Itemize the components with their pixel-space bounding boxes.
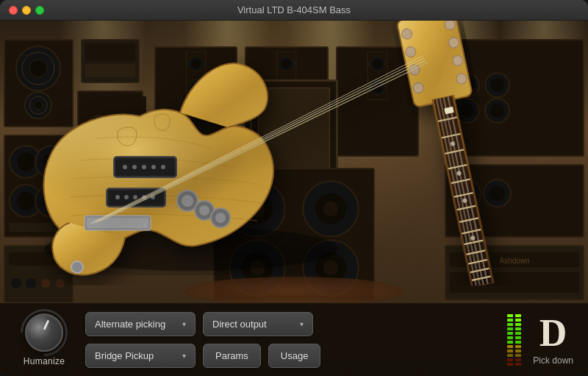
knob-indicator	[43, 319, 50, 330]
title-bar: Virtual LTD B-404SM Bass	[0, 0, 588, 21]
vu-seg-green-4	[507, 327, 513, 330]
bridge-pickup-arrow: ▾	[182, 352, 186, 360]
alternate-picking-label: Alternate picking	[95, 319, 165, 330]
vu-seg2-green-4	[515, 327, 521, 330]
window-title: Virtual LTD B-404SM Bass	[237, 4, 351, 15]
vu-seg-yellow-1	[507, 354, 513, 357]
maximize-button[interactable]	[35, 6, 44, 15]
svg-point-121	[151, 165, 156, 169]
vu-seg-yellow-3	[507, 345, 513, 348]
vu-seg2-red-2	[515, 358, 521, 361]
minimize-button[interactable]	[22, 6, 31, 15]
vu-seg-green-3	[507, 332, 513, 335]
vu-seg-green-6	[507, 319, 513, 322]
usage-button[interactable]: Usage	[268, 344, 321, 368]
svg-point-122	[161, 165, 165, 169]
svg-point-125	[115, 195, 120, 199]
humanize-label: Humanize	[24, 356, 65, 366]
bridge-pickup-dropdown[interactable]: Bridge Pickup ▾	[85, 344, 196, 368]
vu-seg2-green-7	[515, 314, 521, 317]
svg-rect-93	[434, 96, 492, 285]
vu-seg-red-1	[507, 363, 513, 366]
traffic-lights	[9, 6, 44, 15]
humanize-section: Humanize	[15, 313, 74, 366]
svg-point-119	[132, 165, 137, 169]
direct-output-arrow: ▾	[300, 320, 304, 328]
vu-seg2-red-1	[515, 363, 521, 366]
svg-point-134	[182, 195, 193, 207]
vu-seg-red-2	[507, 358, 513, 361]
main-content: Ashdown	[0, 21, 588, 376]
vu-seg-green-1	[507, 341, 513, 344]
vu-seg2-green-3	[515, 332, 521, 335]
svg-point-138	[215, 213, 226, 223]
guitar-display	[22, 28, 566, 302]
bridge-pickup-label: Bridge Pickup	[95, 350, 154, 361]
vu-bar-left	[507, 314, 513, 366]
pick-label: Pick down	[533, 355, 573, 366]
svg-rect-131	[87, 218, 148, 228]
vu-seg-yellow-2	[507, 350, 513, 352]
vu-seg-green-2	[507, 336, 513, 339]
vu-seg2-yellow-1	[515, 354, 521, 357]
vu-seg2-green-1	[515, 341, 521, 344]
svg-point-120	[142, 165, 146, 169]
alternate-picking-arrow: ▾	[182, 320, 186, 328]
close-button[interactable]	[9, 6, 18, 15]
params-button[interactable]: Params	[203, 344, 261, 368]
humanize-knob-container	[25, 313, 63, 352]
vu-bar-right	[515, 314, 521, 366]
svg-point-127	[133, 195, 137, 199]
dropdowns-section: Alternate picking ▾ Direct output ▾ Brid…	[85, 312, 495, 368]
svg-point-136	[199, 205, 209, 216]
humanize-knob[interactable]	[25, 313, 63, 352]
pick-letter: D	[539, 314, 567, 352]
vu-seg2-yellow-2	[515, 350, 521, 352]
svg-point-139	[71, 261, 83, 273]
vu-seg2-green-5	[515, 323, 521, 326]
vu-seg2-green-6	[515, 319, 521, 322]
app-window: Virtual LTD B-404SM Bass	[0, 0, 588, 376]
vu-meter	[507, 314, 521, 366]
alternate-picking-dropdown[interactable]: Alternate picking ▾	[85, 312, 196, 336]
svg-line-114	[444, 98, 484, 285]
vu-seg2-green-2	[515, 336, 521, 339]
svg-point-118	[123, 165, 127, 169]
dropdowns-row-1: Alternate picking ▾ Direct output ▾	[85, 312, 495, 336]
direct-output-label: Direct output	[212, 319, 267, 330]
svg-point-126	[124, 195, 129, 199]
vu-seg-green-7	[507, 314, 513, 317]
vu-seg2-yellow-3	[515, 345, 521, 348]
control-bar: Humanize Alternate picking ▾ Direct outp…	[0, 302, 588, 376]
dropdowns-row-2: Bridge Pickup ▾ Params Usage	[85, 344, 495, 368]
pick-section: D Pick down	[533, 314, 573, 366]
direct-output-dropdown[interactable]: Direct output ▾	[203, 312, 313, 336]
vu-seg-green-5	[507, 323, 513, 326]
